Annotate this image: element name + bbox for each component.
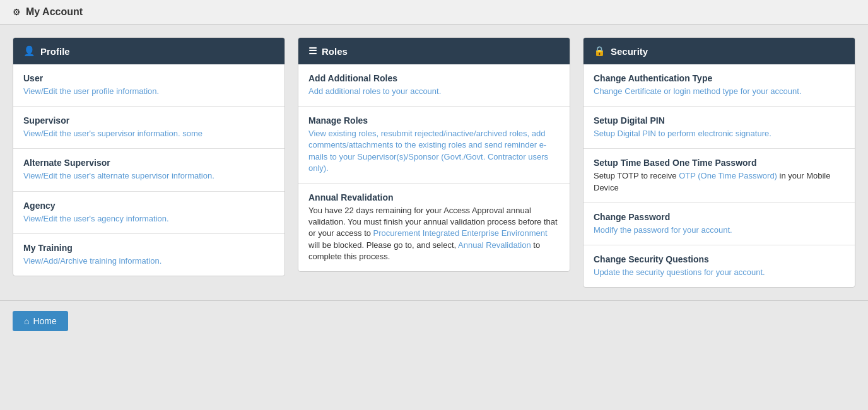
list-icon: ☰ (308, 45, 317, 57)
profile-alt-supervisor-title: Alternate Supervisor (23, 158, 274, 168)
profile-panel: 👤 Profile User View/Edit the user profil… (13, 37, 285, 276)
roles-revalidation-title: Annual Revalidation (308, 192, 560, 202)
roles-panel-body: Add Additional Roles Add additional role… (298, 64, 570, 271)
roles-revalidation-item[interactable]: Annual Revalidation You have 22 days rem… (298, 184, 570, 271)
gear-icon (13, 7, 21, 17)
home-button-label: Home (33, 316, 56, 326)
profile-user-item[interactable]: User View/Edit the user profile informat… (13, 64, 284, 107)
profile-training-title: My Training (23, 243, 274, 253)
security-questions-title: Change Security Questions (594, 254, 845, 264)
profile-panel-title: Profile (40, 46, 70, 57)
profile-supervisor-title: Supervisor (23, 115, 274, 126)
security-panel: 🔒 Security Change Authentication Type Ch… (583, 37, 855, 288)
roles-panel: ☰ Roles Add Additional Roles Add additio… (298, 37, 570, 272)
roles-add-item[interactable]: Add Additional Roles Add additional role… (298, 64, 570, 107)
profile-alt-supervisor-item[interactable]: Alternate Supervisor View/Edit the user'… (13, 149, 284, 191)
security-totp-item[interactable]: Setup Time Based One Time Password Setup… (584, 149, 855, 202)
profile-training-item[interactable]: My Training View/Add/Archive training in… (13, 234, 284, 276)
security-totp-desc: Setup TOTP to receive OTP (One Time Pass… (594, 170, 845, 193)
security-auth-desc: Change Certificate or login method type … (594, 86, 845, 97)
profile-training-desc: View/Add/Archive training information. (23, 255, 274, 267)
security-panel-body: Change Authentication Type Change Certif… (584, 64, 855, 287)
roles-panel-header: ☰ Roles (298, 38, 570, 64)
roles-panel-title: Roles (322, 46, 348, 57)
lock-icon: 🔒 (594, 45, 606, 57)
profile-agency-item[interactable]: Agency View/Edit the user's agency infor… (13, 192, 284, 234)
user-icon: 👤 (23, 45, 35, 57)
security-auth-item[interactable]: Change Authentication Type Change Certif… (584, 64, 855, 107)
main-content: 👤 Profile User View/Edit the user profil… (0, 25, 868, 300)
roles-revalidation-desc: You have 22 days remaining for your Acce… (308, 205, 560, 262)
security-panel-header: 🔒 Security (584, 38, 855, 64)
security-auth-title: Change Authentication Type (594, 73, 845, 83)
security-panel-title: Security (611, 46, 648, 57)
profile-supervisor-item[interactable]: Supervisor View/Edit the user's supervis… (13, 107, 284, 149)
page-header: My Account (0, 0, 868, 25)
profile-agency-title: Agency (23, 201, 274, 211)
roles-manage-item[interactable]: Manage Roles View existing roles, resubm… (298, 107, 570, 184)
profile-panel-body: User View/Edit the user profile informat… (13, 64, 284, 276)
security-pin-item[interactable]: Setup Digital PIN Setup Digital PIN to p… (584, 107, 855, 149)
security-pin-desc: Setup Digital PIN to perform electronic … (594, 128, 845, 139)
profile-agency-desc: View/Edit the user's agency information. (23, 213, 274, 225)
security-password-title: Change Password (594, 212, 845, 222)
security-password-item[interactable]: Change Password Modify the password for … (584, 203, 855, 245)
security-questions-item[interactable]: Change Security Questions Update the sec… (584, 245, 855, 287)
security-password-desc: Modify the password for your account. (594, 225, 845, 236)
security-questions-desc: Update the security questions for your a… (594, 267, 845, 278)
profile-alt-supervisor-desc: View/Edit the user's alternate superviso… (23, 170, 274, 182)
profile-user-title: User (23, 73, 274, 83)
roles-revalidation-link[interactable]: Procurement Integrated Enterprise Enviro… (373, 228, 548, 238)
roles-add-title: Add Additional Roles (308, 73, 560, 83)
profile-supervisor-desc: View/Edit the user's supervisor informat… (23, 128, 274, 139)
roles-add-desc: Add additional roles to your account. (308, 86, 560, 97)
footer: ⌂ Home (0, 300, 868, 341)
page-title: My Account (26, 6, 83, 18)
profile-user-desc: View/Edit the user profile information. (23, 86, 274, 97)
home-button[interactable]: ⌂ Home (13, 311, 68, 331)
profile-panel-header: 👤 Profile (13, 38, 284, 64)
home-icon: ⌂ (24, 316, 29, 326)
roles-manage-desc: View existing roles, resubmit rejected/i… (308, 128, 560, 174)
security-totp-title: Setup Time Based One Time Password (594, 158, 845, 168)
roles-revalidation-link2[interactable]: Annual Revalidation (458, 240, 531, 250)
security-pin-title: Setup Digital PIN (594, 115, 845, 126)
security-totp-otp: OTP (One Time Password) (679, 171, 777, 180)
roles-manage-title: Manage Roles (308, 115, 560, 126)
